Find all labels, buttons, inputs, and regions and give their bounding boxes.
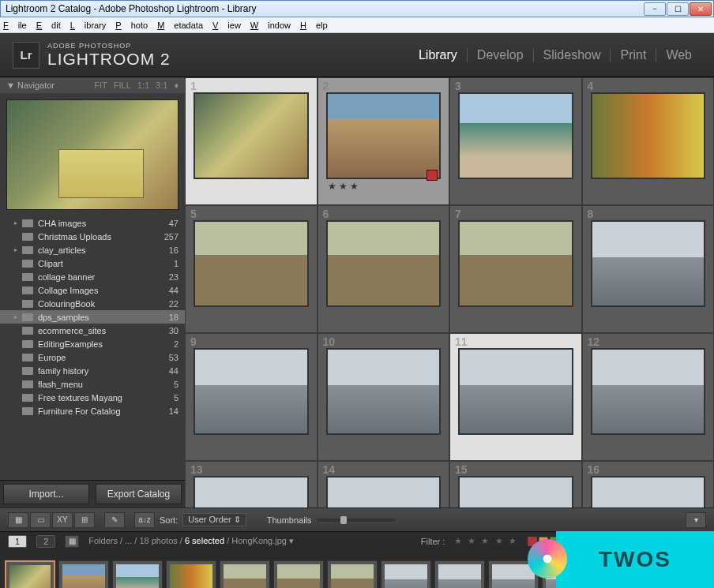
thumbnail-size-slider[interactable] [317,519,396,522]
filmstrip-thumb[interactable] [112,560,163,588]
grid-cell[interactable]: 12 [582,333,715,461]
nav-fill[interactable]: FILL [114,81,131,90]
thumbnail-image[interactable] [326,348,442,435]
filmstrip-thumb[interactable] [5,560,55,588]
filmstrip-thumb[interactable] [327,560,378,588]
module-develop[interactable]: Develop [468,48,534,62]
module-library[interactable]: Library [409,48,468,62]
view-loupe-button[interactable]: ▭ [30,512,51,528]
grid-cell[interactable]: 13 [185,461,318,507]
maximize-button[interactable]: ☐ [667,2,689,16]
toolbar-chevron-icon[interactable]: ▾ [686,512,706,528]
menu-window[interactable]: Window [250,21,291,30]
folder-row[interactable]: ecommerce_sites30 [0,324,185,337]
grid-cell[interactable]: 10 [318,333,450,461]
grid-cell[interactable]: 3 [449,77,582,205]
thumbnail-image[interactable] [591,92,706,179]
minimize-button[interactable]: － [644,2,666,16]
folder-row[interactable]: ▸dps_samples18 [0,310,185,324]
filter-rating-stars[interactable]: ★ ★ ★ ★ ★ [454,536,517,546]
folder-name: ecommerce_sites [38,326,166,335]
thumbnail-image[interactable] [458,348,573,435]
module-print[interactable]: Print [611,48,656,62]
thumbnail-image[interactable] [326,220,442,307]
thumbnail-image[interactable] [194,92,309,179]
folder-row[interactable]: Christmas Uploads257 [0,230,185,243]
sort-direction-button[interactable]: a↓z [134,512,155,528]
grid-cell[interactable]: 6 [318,205,450,333]
grid-cell[interactable]: 16 [582,461,715,507]
menu-view[interactable]: View [212,21,241,30]
disclosure-triangle-icon[interactable]: ▸ [14,246,22,253]
disclosure-triangle-icon[interactable]: ▸ [14,313,22,320]
filmstrip-thumb[interactable] [220,560,270,588]
grid-cell[interactable]: 9 [185,333,318,461]
folder-row[interactable]: ▸clay_articles16 [0,243,185,257]
left-panel: ▼ Navigator FIT FILL 1:1 3:1 ♦ ▸CHA imag… [0,77,185,507]
filmstrip-thumb[interactable] [273,560,324,588]
nav-more-icon[interactable]: ♦ [174,81,178,90]
secondary-display-2[interactable]: 2 [36,535,55,548]
folder-row[interactable]: Clipart1 [0,257,185,270]
thumbnail-image[interactable] [326,92,442,179]
grid-mini-icon[interactable]: ▦ [65,535,79,548]
menu-photo[interactable]: Photo [115,21,148,30]
thumbnail-image[interactable] [458,220,573,307]
close-button[interactable]: ✕ [690,2,712,16]
module-web[interactable]: Web [656,48,701,62]
view-survey-button[interactable]: ⊞ [74,512,95,528]
filmstrip-thumb[interactable] [434,560,485,588]
view-compare-button[interactable]: XY [52,512,73,528]
menu-edit[interactable]: Edit [36,21,61,30]
navigator-header[interactable]: ▼ Navigator FIT FILL 1:1 3:1 ♦ [0,77,185,93]
thumbnail-image[interactable] [194,348,309,435]
filmstrip-thumb[interactable] [166,560,216,588]
grid-cell[interactable]: 14 [318,461,450,507]
thumbnail-image[interactable] [194,476,309,507]
folder-row[interactable]: Furniture For Catalog14 [0,404,185,418]
export-catalog-button[interactable]: Export Catalog [96,484,182,504]
thumbnail-image[interactable] [591,220,706,307]
thumbnail-image[interactable] [326,476,442,507]
thumbnail-image[interactable] [458,476,573,507]
grid-cell[interactable]: 7 [449,205,582,333]
folder-row[interactable]: ▸CHA images47 [0,216,185,230]
thumbnail-image[interactable] [591,348,706,435]
grid-cell[interactable]: 8 [582,205,715,333]
thumbnail-image[interactable] [194,220,309,307]
folder-row[interactable]: collage banner23 [0,270,185,283]
grid-cell[interactable]: 1 [185,77,318,205]
folder-row[interactable]: Europe53 [0,350,185,364]
thumbnail-image[interactable] [591,476,706,507]
menu-metadata[interactable]: Metadata [157,21,203,30]
secondary-display-1[interactable]: 1 [8,535,27,548]
folder-row[interactable]: EditingExamples2 [0,337,185,350]
grid-cell[interactable]: 4 [582,77,715,205]
grid-cell[interactable]: 5 [185,205,318,333]
nav-fit[interactable]: FIT [94,81,107,90]
folder-row[interactable]: ColouringBook22 [0,297,185,310]
nav-3to1[interactable]: 3:1 [156,81,167,90]
folder-row[interactable]: Collage Images44 [0,283,185,297]
module-slideshow[interactable]: Slideshow [534,48,611,62]
filmstrip-thumb[interactable] [381,560,431,588]
folder-row[interactable]: family history44 [0,364,185,377]
painter-tool-icon[interactable]: ✎ [104,512,125,528]
navigator-preview[interactable] [6,99,178,210]
import-button[interactable]: Import... [3,484,89,504]
filmstrip-thumb[interactable]: • • • [58,560,109,588]
grid-cell[interactable]: 11 [449,333,582,461]
menu-library[interactable]: Library [70,21,107,30]
breadcrumb[interactable]: Folders / ... / 18 photos / 6 selected /… [88,536,294,546]
nav-1to1[interactable]: 1:1 [137,81,149,90]
menu-help[interactable]: Help [300,21,328,30]
thumbnail-image[interactable] [458,92,573,179]
view-grid-button[interactable]: ▦ [8,512,28,528]
grid-cell[interactable]: 15 [449,461,582,507]
folder-row[interactable]: Free textures Mayang5 [0,391,185,404]
sort-order-select[interactable]: User Order ⇕ [182,513,246,526]
menu-file[interactable]: File [3,21,27,30]
disclosure-triangle-icon[interactable]: ▸ [14,219,22,227]
grid-cell[interactable]: 2 [318,77,450,205]
folder-row[interactable]: flash_menu5 [0,377,185,391]
